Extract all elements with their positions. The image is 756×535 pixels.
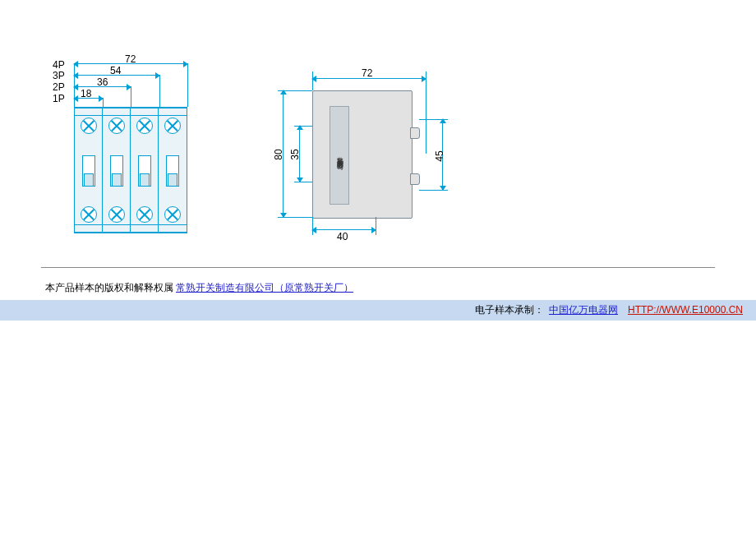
copyright-line: 本产品样本的版权和解释权属 常熟开关制造有限公司（原常熟开关厂）	[0, 276, 756, 300]
breaker-front	[74, 107, 187, 233]
ext-line	[74, 63, 75, 107]
terminal-icon	[164, 118, 181, 134]
lever	[84, 173, 94, 187]
pole-module	[103, 108, 131, 233]
dim-line-40	[312, 229, 376, 230]
pole-module	[159, 108, 187, 233]
ext-line	[187, 63, 188, 107]
footer-bar: 电子样本承制： 中国亿万电器网 HTTP://WWW.E10000.CN	[0, 300, 756, 321]
side-view-diagram: 72 常熟开关制造有限公司 80 35 45 40	[279, 45, 452, 238]
pole-label-4p: 4P	[53, 59, 65, 71]
company-link[interactable]: 常熟开关制造有限公司（原常熟开关厂）	[176, 282, 353, 293]
pole-label-2p: 2P	[53, 81, 65, 93]
terminal-icon	[136, 118, 153, 134]
pole-module	[131, 108, 159, 233]
dim-value-18: 18	[81, 88, 91, 99]
dim-value-45: 45	[434, 150, 445, 161]
terminal-icon	[81, 206, 97, 223]
terminal-icon	[136, 206, 153, 223]
dim-value-36: 36	[97, 76, 108, 88]
terminal-icon	[108, 206, 125, 223]
dim-value-40: 40	[337, 231, 348, 242]
front-view-diagram: 4P 3P 2P 1P 72 54 36 18	[58, 45, 197, 238]
dim-value-35: 35	[289, 149, 301, 159]
dim-value-top72: 72	[362, 67, 372, 79]
ext-line	[159, 75, 160, 107]
ext-line	[103, 98, 104, 107]
footer-site-name[interactable]: 中国亿万电器网	[549, 304, 618, 316]
dim-value-54: 54	[110, 65, 121, 76]
terminal-icon	[81, 118, 97, 134]
pole-label-3p: 3P	[53, 70, 65, 81]
dim-value-72: 72	[125, 53, 136, 65]
separator	[41, 267, 715, 268]
footer-prefix: 电子样本承制：	[475, 304, 544, 316]
copyright-prefix: 本产品样本的版权和解释权属	[45, 282, 176, 293]
terminal-icon	[108, 118, 125, 134]
pole-label-1p: 1P	[53, 93, 65, 104]
footer-site-url[interactable]: HTTP://WWW.E10000.CN	[628, 304, 743, 316]
breaker-side-body: 常熟开关制造有限公司	[312, 90, 413, 219]
terminal-icon	[164, 206, 181, 223]
pole-module	[75, 108, 103, 233]
maker-label: 常熟开关制造有限公司	[330, 106, 349, 205]
mount-clip	[410, 173, 420, 185]
dim-value-80: 80	[273, 149, 284, 159]
mount-lug	[410, 127, 420, 139]
ext-line	[131, 86, 131, 107]
